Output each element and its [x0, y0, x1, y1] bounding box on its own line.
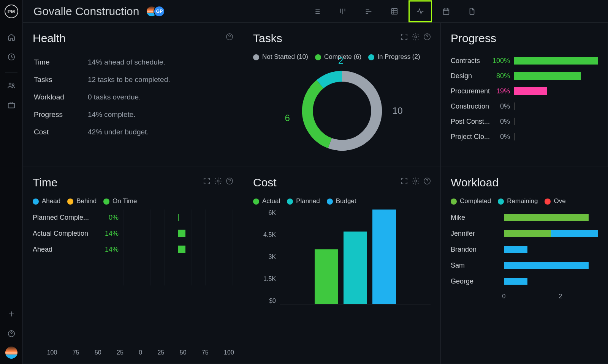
expand-icon[interactable] — [400, 33, 408, 41]
progress-row: Contracts100% — [451, 53, 598, 68]
cost-chart: 6K 4.5K 3K 1.5K $0 — [253, 210, 431, 316]
panel-cost: Cost Actual Planned Budget 6K 4.5K 3K 1.… — [243, 167, 441, 364]
expand-icon[interactable] — [203, 177, 211, 185]
bar-actual — [315, 249, 338, 304]
app-logo[interactable]: PM — [5, 5, 18, 18]
dot-icon — [253, 54, 259, 60]
svg-point-8 — [415, 36, 417, 38]
help-icon[interactable] — [423, 33, 431, 41]
legend-item: Behind — [67, 197, 97, 205]
workload-row: Sam — [451, 257, 598, 273]
progress-row: Post Const...0% — [451, 114, 598, 129]
dot-icon — [103, 199, 109, 205]
panel-workload: Workload Completed Remaining Ove Mike Je… — [441, 167, 608, 364]
sidebar-divider — [5, 72, 17, 72]
axis-label: 4.5K — [253, 232, 276, 238]
svg-point-2 — [12, 84, 14, 86]
axis-label: 3K — [253, 254, 276, 260]
view-dashboard-icon[interactable] — [409, 1, 432, 22]
svg-point-1 — [9, 83, 11, 85]
workload-row: Brandon — [451, 241, 598, 257]
dot-icon — [67, 199, 73, 205]
health-row: Workload0 tasks overdue. — [33, 89, 232, 106]
dot-icon — [545, 199, 551, 205]
gear-icon[interactable] — [412, 33, 420, 41]
health-table: Time14% ahead of schedule. Tasks12 tasks… — [33, 53, 233, 141]
time-row: Actual Completion14% — [33, 225, 233, 241]
dot-icon — [253, 199, 259, 205]
home-icon[interactable] — [5, 30, 18, 44]
help-icon[interactable] — [225, 177, 234, 185]
expand-icon[interactable] — [400, 177, 408, 185]
progress-row: Design80% — [451, 68, 598, 84]
health-row: Cost42% under budget. — [33, 124, 232, 140]
cost-legend: Actual Planned Budget — [253, 197, 431, 205]
view-tabs — [306, 1, 483, 22]
portfolio-icon[interactable] — [5, 98, 18, 112]
panel-health: Health Time14% ahead of schedule. Tasks1… — [23, 23, 243, 167]
bar-budget — [372, 210, 396, 304]
workload-row: Jennifer — [451, 225, 598, 241]
progress-row: Procurement19% — [451, 84, 598, 99]
health-row: Tasks12 tasks to be completed. — [33, 71, 232, 88]
svg-point-13 — [217, 180, 219, 182]
dashboard-grid: Health Time14% ahead of schedule. Tasks1… — [23, 23, 608, 364]
bar-planned — [344, 232, 367, 305]
time-legend: Ahead Behind On Time — [33, 197, 233, 205]
view-sheet-icon[interactable] — [383, 1, 406, 22]
panel-progress: Progress Contracts100% Design80% Procure… — [441, 23, 608, 167]
progress-row: Construction0% — [451, 99, 598, 114]
recent-icon[interactable] — [5, 50, 18, 64]
svg-rect-3 — [8, 103, 14, 108]
legend-item: Ahead — [33, 197, 60, 205]
legend-item: In Progress (2) — [368, 53, 420, 61]
dot-icon — [451, 199, 457, 205]
dot-icon — [33, 199, 39, 205]
health-row: Time14% ahead of schedule. — [33, 54, 232, 71]
workload-row: Mike — [451, 210, 598, 225]
legend-item: Actual — [253, 197, 280, 205]
view-calendar-icon[interactable] — [435, 1, 458, 22]
legend-item: Ove — [545, 197, 565, 205]
project-title: Govalle Construction — [33, 5, 139, 18]
help-icon[interactable] — [5, 327, 18, 340]
member-avatars[interactable]: GP — [146, 6, 165, 17]
time-row: Ahead14% — [33, 241, 233, 257]
progress-row: Project Clo...0% — [451, 129, 598, 144]
header: Govalle Construction GP — [23, 0, 608, 23]
donut-label: 10 — [393, 106, 403, 116]
help-icon[interactable] — [423, 177, 431, 185]
workload-legend: Completed Remaining Ove — [451, 197, 598, 205]
view-list-icon[interactable] — [306, 1, 328, 22]
progress-rows: Contracts100% Design80% Procurement19% C… — [451, 53, 598, 144]
legend-item: Planned — [287, 197, 320, 205]
legend-item: Remaining — [498, 197, 538, 205]
time-axis: 1007550250255075100 — [47, 349, 234, 356]
dot-icon — [327, 199, 333, 205]
add-icon[interactable] — [5, 307, 18, 321]
team-icon[interactable] — [5, 79, 18, 92]
gear-icon[interactable] — [412, 177, 420, 185]
workload-rows: Mike Jennifer Brandon Sam George — [451, 210, 598, 289]
dot-icon — [498, 199, 504, 205]
dot-icon — [315, 54, 321, 60]
svg-rect-6 — [443, 9, 449, 14]
help-icon[interactable] — [225, 33, 234, 41]
current-user-avatar[interactable] — [5, 347, 17, 359]
legend-item: On Time — [103, 197, 137, 205]
view-board-icon[interactable] — [331, 1, 354, 22]
tasks-donut: 2 10 6 — [296, 65, 388, 156]
legend-item: Budget — [327, 197, 356, 205]
health-row: Progress14% complete. — [33, 106, 232, 123]
axis-label: 6K — [253, 210, 276, 216]
svg-rect-5 — [392, 8, 397, 14]
panel-title: Workload — [451, 176, 598, 189]
axis-label: 1.5K — [253, 276, 276, 282]
view-gantt-icon[interactable] — [357, 1, 380, 22]
legend-item: Completed — [451, 197, 491, 205]
svg-point-15 — [415, 180, 417, 182]
sidebar: PM — [0, 0, 23, 364]
view-files-icon[interactable] — [461, 1, 483, 22]
time-row: Planned Comple...0% — [33, 210, 233, 225]
gear-icon[interactable] — [214, 177, 222, 185]
